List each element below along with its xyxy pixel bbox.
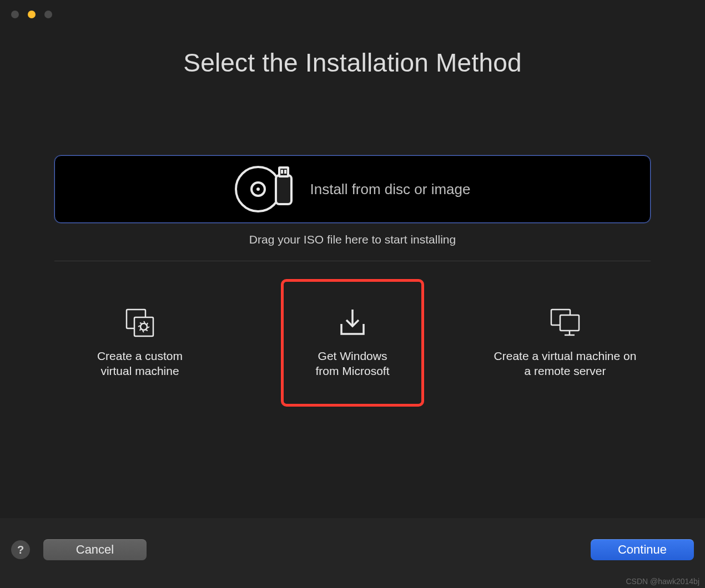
footer: ? Cancel Continue: [0, 518, 705, 588]
download-icon: [338, 307, 367, 338]
drop-zone-label: Install from disc or image: [310, 181, 471, 198]
page-title: Select the Installation Method: [0, 48, 705, 78]
continue-button[interactable]: Continue: [591, 539, 694, 560]
close-window-button[interactable]: [11, 11, 19, 18]
watermark: CSDN @hawk2014bj: [626, 577, 700, 586]
main-content: Install from disc or image Drag your ISO…: [0, 155, 705, 407]
titlebar: [0, 0, 705, 29]
custom-vm-icon: [124, 307, 155, 338]
option-label: Create a custom virtual machine: [97, 348, 183, 379]
svg-rect-5: [281, 170, 283, 174]
svg-rect-4: [279, 168, 288, 176]
disc-usb-icon: [235, 165, 296, 213]
remote-server-icon: [549, 307, 581, 338]
svg-rect-11: [560, 315, 579, 331]
install-from-disc-drop-zone[interactable]: Install from disc or image: [54, 155, 651, 223]
cancel-button[interactable]: Cancel: [43, 539, 147, 560]
svg-rect-8: [134, 317, 153, 336]
divider: [54, 261, 651, 261]
minimize-window-button[interactable]: [28, 11, 36, 18]
svg-rect-6: [284, 170, 286, 174]
option-label: Create a virtual machine on a remote ser…: [494, 348, 637, 379]
drop-zone-hint: Drag your ISO file here to start install…: [54, 233, 651, 246]
help-button[interactable]: ?: [11, 540, 30, 559]
svg-point-2: [256, 187, 260, 191]
option-get-windows[interactable]: Get Windows from Microsoft: [281, 279, 424, 407]
option-create-custom-vm[interactable]: Create a custom virtual machine: [57, 279, 223, 407]
option-label: Get Windows from Microsoft: [315, 348, 389, 379]
option-remote-server[interactable]: Create a virtual machine on a remote ser…: [482, 279, 648, 407]
maximize-window-button[interactable]: [44, 11, 52, 18]
options-row: Create a custom virtual machine Get Wind…: [54, 279, 651, 407]
svg-rect-3: [276, 175, 291, 204]
